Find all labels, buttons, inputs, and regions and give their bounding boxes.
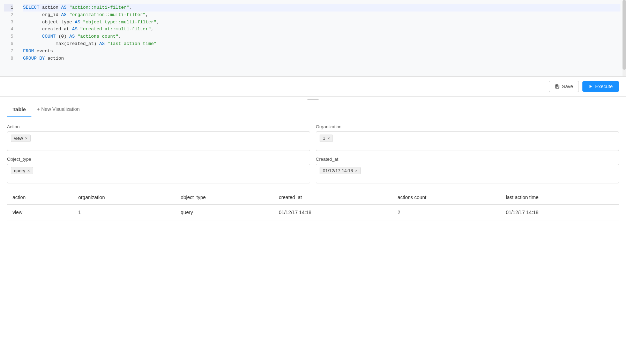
save-icon	[555, 84, 560, 89]
table-cell: 1	[73, 205, 175, 220]
col-created-at: created_at	[273, 190, 392, 205]
svg-marker-0	[590, 85, 592, 88]
tab-new-visualization[interactable]: + New Visualization	[31, 102, 85, 117]
table-header-row: action organization object_type created_…	[7, 190, 619, 205]
tag-value: 1	[323, 136, 325, 141]
filter-action-label: Action	[7, 124, 310, 129]
table-cell: view	[7, 205, 73, 220]
filter-created-at-box[interactable]: 01/12/17 14:18 ×	[316, 164, 619, 183]
col-action: action	[7, 190, 73, 205]
filter-group-object-type: Object_type query ×	[7, 157, 310, 183]
save-label: Save	[562, 84, 573, 89]
code-editor[interactable]: 12345678 SELECT action AS "action::multi…	[0, 0, 626, 77]
filter-created-at-tag: 01/12/17 14:18 ×	[320, 167, 361, 174]
results-table: action organization object_type created_…	[7, 190, 619, 220]
save-button[interactable]: Save	[549, 81, 579, 92]
execute-label: Execute	[595, 84, 613, 89]
execute-icon	[589, 84, 593, 89]
tag-close-view[interactable]: ×	[25, 136, 28, 141]
table-row: view1query01/12/17 14:18201/12/17 14:18	[7, 205, 619, 220]
col-object-type: object_type	[175, 190, 273, 205]
code-content[interactable]: SELECT action AS "action::multi-filter",…	[17, 4, 626, 62]
results-section: action organization object_type created_…	[0, 187, 626, 227]
filters-section: Action view × Organization 1 × Object_ty…	[0, 117, 626, 187]
filter-group-action: Action view ×	[7, 124, 310, 151]
col-last-action-time: last action time	[500, 190, 619, 205]
filter-organization-label: Organization	[316, 124, 619, 129]
results-tbody: view1query01/12/17 14:18201/12/17 14:18	[7, 205, 619, 220]
table-cell: 2	[392, 205, 500, 220]
filter-created-at-label: Created_at	[316, 157, 619, 162]
filter-action-tag-view: view ×	[11, 135, 31, 142]
toolbar: Save Execute	[0, 77, 626, 97]
scrollbar-track[interactable]	[623, 0, 626, 76]
filter-object-type-box[interactable]: query ×	[7, 164, 310, 183]
drag-handle-icon	[307, 99, 319, 100]
execute-button[interactable]: Execute	[582, 81, 619, 92]
filter-group-organization: Organization 1 ×	[316, 124, 619, 151]
tab-table[interactable]: Table	[7, 102, 31, 117]
scrollbar-thumb[interactable]	[623, 0, 626, 70]
tag-close-created-at[interactable]: ×	[355, 169, 358, 173]
col-organization: organization	[73, 190, 175, 205]
filter-object-type-tag-query: query ×	[11, 167, 33, 174]
filter-organization-box[interactable]: 1 ×	[316, 131, 619, 151]
tag-value: 01/12/17 14:18	[323, 168, 353, 173]
filter-org-tag-1: 1 ×	[320, 135, 333, 142]
tag-value: view	[14, 136, 23, 141]
tag-value: query	[14, 168, 25, 173]
filter-action-box[interactable]: view ×	[7, 131, 310, 151]
table-cell: query	[175, 205, 273, 220]
tabs-container: Table + New Visualization	[0, 102, 626, 117]
col-actions-count: actions count	[392, 190, 500, 205]
table-cell: 01/12/17 14:18	[273, 205, 392, 220]
drag-handle[interactable]	[0, 97, 626, 102]
tag-close-org[interactable]: ×	[327, 136, 330, 141]
table-cell: 01/12/17 14:18	[500, 205, 619, 220]
filter-object-type-label: Object_type	[7, 157, 310, 162]
tag-close-object-type[interactable]: ×	[28, 169, 30, 173]
filter-group-created-at: Created_at 01/12/17 14:18 ×	[316, 157, 619, 183]
line-numbers: 12345678	[0, 4, 17, 62]
